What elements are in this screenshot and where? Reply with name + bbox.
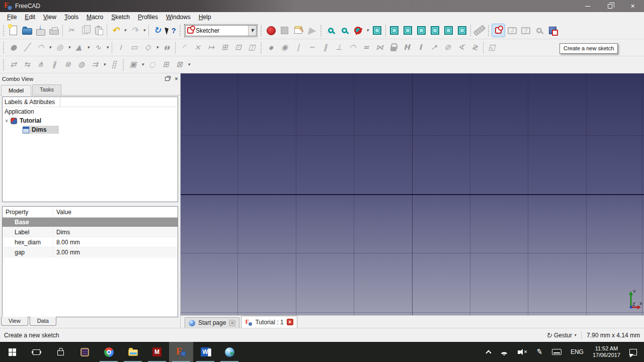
right-view-button[interactable] (415, 24, 428, 37)
execute-macro-button[interactable]: ▶ (305, 24, 318, 37)
create-polyline-button[interactable]: ≀ (114, 41, 127, 54)
select-constraints-button[interactable]: ⇄ (7, 58, 20, 71)
clock[interactable]: 11:52 AM 17/06/2017 (593, 345, 620, 358)
zoom-selection-button[interactable] (338, 24, 351, 37)
menu-profiles[interactable]: Profiles (134, 13, 162, 22)
touch-keyboard-icon[interactable] (552, 349, 561, 355)
map-sketch-button[interactable] (546, 24, 559, 37)
convert-bspline-button[interactable]: ◌ (145, 58, 159, 71)
connect-edges-button[interactable]: ⋔ (34, 58, 47, 71)
property-row-gap[interactable]: gap 3.00 mm (3, 247, 178, 257)
bspline-dropdown[interactable]: ▾ (105, 41, 110, 54)
close-button[interactable]: × (621, 0, 644, 12)
workbench-dropdown-button[interactable]: ▼ (248, 26, 256, 36)
circle-dropdown[interactable]: ▾ (66, 41, 72, 54)
menu-macro[interactable]: Macro (83, 13, 107, 22)
tab-tasks[interactable]: Tasks (32, 84, 61, 95)
toolbar-grip[interactable] (488, 25, 490, 37)
constrain-parallel-button[interactable]: ∥ (318, 41, 332, 54)
edit-sketch-button[interactable]: ⇩ (505, 24, 519, 37)
carbon-copy-button[interactable]: ⊡ (231, 41, 245, 54)
clone-button[interactable]: ◍ (74, 58, 88, 71)
tree-item-document[interactable]: ∨ Tutorial (3, 116, 178, 125)
constrain-hdistance-button[interactable]: H (400, 41, 414, 54)
menu-edit[interactable]: Edit (21, 13, 39, 22)
app-button-sphere[interactable] (217, 342, 242, 362)
constrain-horizontal-button[interactable]: ─ (305, 41, 318, 54)
record-macro-button[interactable] (264, 24, 278, 37)
fit-all-button[interactable] (324, 24, 338, 37)
copy-button[interactable] (78, 24, 92, 37)
select-dof-button[interactable]: ∦ (47, 58, 61, 71)
top-view-button[interactable] (401, 24, 415, 37)
toolbar-grip[interactable] (3, 25, 5, 37)
constrain-point-on-object-button[interactable]: ◉ (278, 41, 291, 54)
virtual-space-button[interactable]: ⊠ (173, 58, 186, 71)
tree-root-application[interactable]: Application (3, 107, 178, 116)
constrain-tangent-button[interactable]: ◠ (346, 41, 359, 54)
external-geometry-button[interactable]: ⊞ (218, 41, 231, 54)
conic-dropdown[interactable]: ▾ (86, 41, 91, 54)
view-sketch-button[interactable] (532, 24, 546, 37)
close-tab-icon[interactable]: × (287, 319, 293, 325)
open-file-button[interactable] (20, 24, 34, 37)
toolbar-grip[interactable] (3, 42, 5, 54)
constrain-radius-button[interactable]: ⊘ (441, 41, 454, 54)
constrain-vertical-button[interactable]: ∣ (291, 41, 305, 54)
stop-macro-button[interactable] (278, 24, 291, 37)
arc-dropdown[interactable]: ▾ (47, 41, 53, 54)
macro-dialog-button[interactable] (291, 24, 305, 37)
tree-item-dims[interactable]: Dims (3, 125, 178, 134)
tab-tutorial[interactable]: F Tutorial : 1 × (241, 316, 297, 328)
tab-view[interactable]: View (1, 317, 28, 326)
symmetry-button[interactable]: ⊗ (61, 58, 74, 71)
front-view-button[interactable] (387, 24, 401, 37)
menu-windows[interactable]: Windows (162, 13, 195, 22)
toolbar-grip[interactable] (320, 25, 323, 37)
constrain-lock-button[interactable] (386, 41, 400, 54)
axonometric-view-button[interactable] (370, 24, 384, 37)
property-row-label[interactable]: Label Dims (3, 227, 178, 237)
constrain-coincident-button[interactable]: ● (264, 41, 278, 54)
menu-sketch[interactable]: Sketch (107, 13, 134, 22)
restore-button[interactable] (599, 0, 621, 12)
polygon-dropdown[interactable]: ▾ (154, 41, 160, 54)
extend-button[interactable]: ↦ (204, 41, 218, 54)
toolbar-grip[interactable] (179, 25, 182, 37)
file-explorer-button[interactable] (121, 342, 145, 362)
create-arc-button[interactable]: ◠ (34, 41, 47, 54)
copy-elements-button[interactable]: ⇉ (88, 58, 102, 71)
pen-icon[interactable]: ✎ (536, 347, 544, 357)
copy-elements-dropdown[interactable]: ▾ (102, 58, 107, 71)
3d-viewport[interactable]: Y Z X (181, 73, 644, 315)
minimize-button[interactable] (576, 0, 599, 12)
constrain-snell-button[interactable]: ≷ (468, 41, 481, 54)
virtual-space-dropdown[interactable]: ▾ (186, 58, 192, 71)
store-button[interactable] (48, 342, 72, 362)
navigation-style-selector[interactable]: ↻ Gestur ▾ (546, 332, 576, 339)
save-button[interactable] (34, 24, 47, 37)
menu-file[interactable]: File (3, 13, 21, 22)
toggle-driving-button[interactable]: ◱ (485, 41, 499, 54)
wifi-icon[interactable] (500, 349, 509, 355)
create-rectangle-button[interactable]: ▭ (127, 41, 141, 54)
language-indicator[interactable]: ENG (571, 348, 584, 355)
menu-view[interactable]: View (39, 13, 60, 22)
constrain-angle-button[interactable]: ∢ (454, 41, 468, 54)
create-line-button[interactable]: ╱ (20, 41, 34, 54)
float-panel-icon[interactable] (165, 77, 170, 81)
fillet-button[interactable]: ◜ (177, 41, 191, 54)
rear-view-button[interactable] (428, 24, 442, 37)
close-panel-icon[interactable]: × (175, 76, 178, 82)
constrain-vdistance-button[interactable]: I (414, 41, 427, 54)
show-internal-geometry-button[interactable]: ▣ (126, 58, 140, 71)
draw-style-button[interactable] (351, 24, 365, 37)
redo-dropdown[interactable]: ▾ (141, 24, 147, 37)
app-button-m[interactable]: M (145, 342, 169, 362)
create-sketch-button[interactable] (492, 24, 505, 37)
constrain-perpendicular-button[interactable]: ⊥ (332, 41, 346, 54)
word-button[interactable]: W (193, 342, 217, 362)
menu-help[interactable]: Help (195, 13, 215, 22)
start-button[interactable] (0, 342, 24, 362)
draw-style-dropdown[interactable]: ▾ (365, 24, 370, 37)
